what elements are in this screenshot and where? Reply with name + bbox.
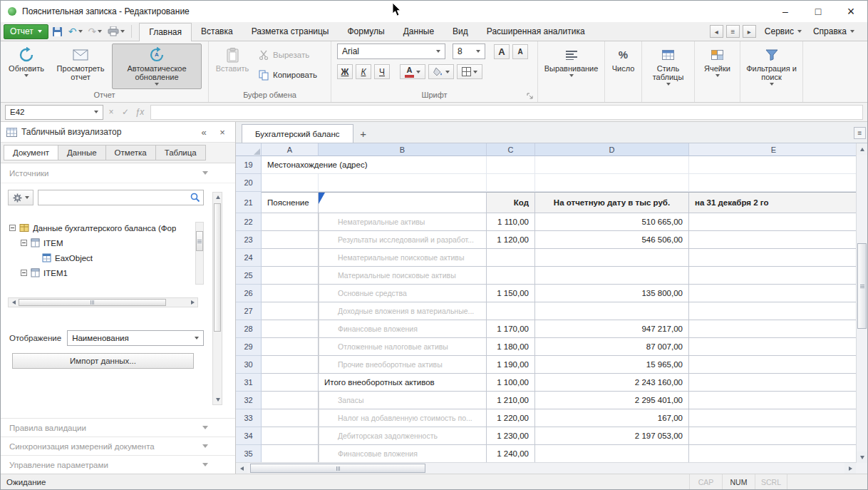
cell-C26[interactable]: 1 150,00 <box>487 285 535 302</box>
cell-C24[interactable] <box>487 249 535 267</box>
ribbon-tab[interactable]: Формулы <box>339 24 394 41</box>
tree-hscrollbar-thumb[interactable] <box>19 299 166 306</box>
cell-D29[interactable]: 87 007,00 <box>535 338 689 356</box>
cell-E33[interactable] <box>689 409 859 427</box>
cell-D19[interactable] <box>535 156 689 174</box>
fill-color-button[interactable] <box>428 64 454 79</box>
cell-C34[interactable]: 1 230,00 <box>487 427 535 445</box>
row-header-34[interactable]: 34 <box>236 427 262 445</box>
cell-D22[interactable]: 510 665,00 <box>535 213 689 231</box>
row-header-30[interactable]: 30 <box>236 356 262 374</box>
cell-A20[interactable] <box>262 174 319 192</box>
hscrollbar-thumb[interactable] <box>250 464 425 473</box>
sheet-list-button[interactable]: ≡ <box>854 127 866 139</box>
copy-button[interactable]: Копировать <box>254 68 321 82</box>
grid-horizontal-scrollbar[interactable] <box>236 462 867 474</box>
formula-cancel-button[interactable]: × <box>105 105 118 119</box>
undo-button[interactable]: ↶ <box>66 24 85 39</box>
minimize-button[interactable]: – <box>769 1 802 22</box>
cell-D33[interactable]: 167,00 <box>535 409 689 427</box>
cell-E22[interactable] <box>689 213 859 231</box>
row-header-26[interactable]: 26 <box>236 285 262 302</box>
cell-A23[interactable] <box>262 231 319 249</box>
paste-button[interactable]: Вставить <box>212 44 253 89</box>
panel-section-header[interactable]: Управление параметрами <box>1 455 235 474</box>
panel-tab[interactable]: Таблица <box>155 145 206 160</box>
scroll-right-icon[interactable] <box>844 463 856 474</box>
cell-A26[interactable] <box>262 285 319 302</box>
cell-D31[interactable]: 2 243 160,00 <box>535 374 689 392</box>
report-menu-button[interactable]: Отчет <box>4 24 48 39</box>
column-header-B[interactable]: B <box>319 143 487 156</box>
cell-E21[interactable]: на 31 декабря 2 го <box>689 192 859 213</box>
cell-E20[interactable] <box>689 174 859 192</box>
alignment-button[interactable]: Выравнивание <box>541 44 601 89</box>
cell-B21[interactable] <box>319 192 487 213</box>
cell-C32[interactable]: 1 210,00 <box>487 392 535 409</box>
import-data-button[interactable]: Импорт данных... <box>12 353 194 369</box>
cell-B22[interactable]: Нематериальные активы <box>319 213 487 231</box>
collapse-expander-icon[interactable] <box>9 225 16 231</box>
cell-reference-box[interactable]: E42 <box>5 105 103 120</box>
cell-D20[interactable] <box>535 174 689 192</box>
cell-E30[interactable] <box>689 356 859 374</box>
cell-E32[interactable] <box>689 392 859 409</box>
number-format-button[interactable]: % Число <box>608 44 639 89</box>
row-header-32[interactable]: 32 <box>236 392 262 409</box>
nav-right-button[interactable]: ▸ <box>743 25 756 38</box>
ribbon-tab[interactable]: Главная <box>139 23 192 41</box>
scroll-up-icon[interactable] <box>213 193 223 202</box>
close-button[interactable]: × <box>835 1 867 22</box>
cell-D24[interactable] <box>535 249 689 267</box>
select-all-corner[interactable] <box>236 143 262 156</box>
italic-button[interactable]: К <box>356 64 371 79</box>
row-header-28[interactable]: 28 <box>236 320 262 338</box>
filter-search-button[interactable]: Фильтрация и поиск <box>743 44 800 89</box>
font-dialog-launcher-icon[interactable] <box>526 92 534 101</box>
cell-A31[interactable] <box>262 374 319 392</box>
scroll-up-icon[interactable] <box>857 143 867 155</box>
cell-E27[interactable] <box>689 302 859 320</box>
cell-B30[interactable]: Прочие внеоборотные активы <box>319 356 487 374</box>
cell-C21[interactable]: Код <box>487 192 535 213</box>
formula-input[interactable] <box>150 105 863 120</box>
row-header-27[interactable]: 27 <box>236 302 262 320</box>
cell-B26[interactable]: Основные средства <box>319 285 487 302</box>
settings-button[interactable] <box>8 190 33 205</box>
cell-C33[interactable]: 1 220,00 <box>487 409 535 427</box>
preview-report-button[interactable]: Просмотреть отчет <box>51 44 110 89</box>
redo-button[interactable]: ↷ <box>86 24 105 39</box>
cell-E31[interactable] <box>689 374 859 392</box>
row-header-33[interactable]: 33 <box>236 409 262 427</box>
cell-C19[interactable] <box>487 156 535 174</box>
cell-A27[interactable] <box>262 302 319 320</box>
panel-tab[interactable]: Данные <box>58 145 106 160</box>
cell-A32[interactable] <box>262 392 319 409</box>
row-header-35[interactable]: 35 <box>236 445 262 462</box>
scroll-down-icon[interactable] <box>213 395 223 404</box>
scroll-right-icon[interactable] <box>187 298 197 307</box>
row-header-21[interactable]: 21 <box>236 192 262 213</box>
cell-A28[interactable] <box>262 320 319 338</box>
row-header-25[interactable]: 25 <box>236 267 262 285</box>
search-icon[interactable] <box>190 193 200 203</box>
tree-node[interactable]: ITEM1 <box>8 265 194 280</box>
scroll-left-icon[interactable] <box>9 298 19 307</box>
maximize-button[interactable]: □ <box>802 1 835 22</box>
tree-scrollbar-thumb[interactable] <box>196 231 203 251</box>
column-header-E[interactable]: E <box>689 143 859 156</box>
cell-B28[interactable]: Финансовые вложения <box>319 320 487 338</box>
cell-A34[interactable] <box>262 427 319 445</box>
cell-C29[interactable]: 1 180,00 <box>487 338 535 356</box>
cell-B25[interactable]: Материальные поисковые активы <box>319 267 487 285</box>
scroll-down-icon[interactable] <box>857 451 867 463</box>
print-button[interactable] <box>105 24 127 39</box>
cell-D28[interactable]: 947 217,00 <box>535 320 689 338</box>
cell-C28[interactable]: 1 170,00 <box>487 320 535 338</box>
cell-D25[interactable] <box>535 267 689 285</box>
cell-B20[interactable] <box>319 174 487 192</box>
bold-button[interactable]: Ж <box>337 64 353 79</box>
font-name-select[interactable]: Arial <box>337 44 445 59</box>
cell-A30[interactable] <box>262 356 319 374</box>
cell-D32[interactable]: 2 295 401,00 <box>535 392 689 409</box>
